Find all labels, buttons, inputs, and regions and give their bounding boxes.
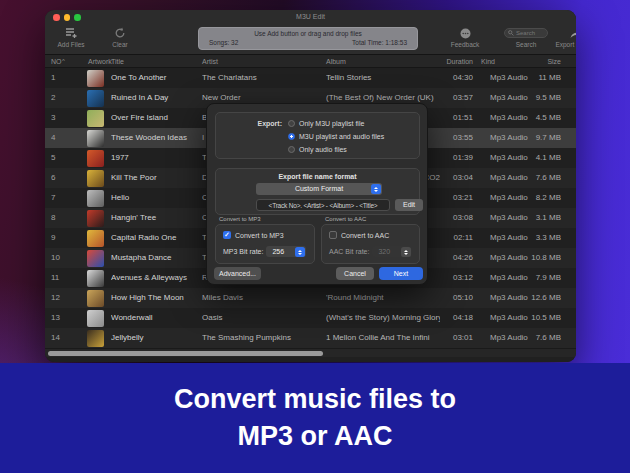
convert-mp3-group: ✓ Convert to MP3 MP3 Bit rate: 256 — [215, 224, 315, 264]
dropzone-info-panel[interactable]: Use Add button or drag and drop files So… — [198, 27, 418, 50]
col-size[interactable]: Size — [513, 55, 561, 68]
album-artwork — [87, 210, 104, 227]
col-kind[interactable]: Kind — [481, 55, 495, 68]
cancel-button[interactable]: Cancel — [336, 267, 374, 280]
convert-aac-group: Convert to AAC AAC Bit rate: 320 — [321, 224, 420, 264]
search-input[interactable]: Search — [504, 28, 548, 38]
table-row[interactable]: 12How High The MoonMiles Davis'Round Mid… — [45, 288, 576, 308]
mp3-checkbox[interactable]: ✓ — [223, 231, 231, 239]
track-title: Capital Radio One — [111, 228, 199, 248]
track-duration: 04:26 — [439, 248, 473, 268]
export-playlist-button[interactable]: Export Playlist — [550, 26, 576, 48]
toolbar: Add Files Clear Use Add button or drag a… — [45, 24, 576, 55]
export-radio-option[interactable]: M3U playlist and audio files — [288, 130, 384, 143]
horizontal-scrollbar[interactable] — [45, 348, 576, 357]
track-duration: 04:18 — [439, 308, 473, 328]
track-album: 1 Mellon Collie And The Infini — [326, 328, 440, 348]
edit-button[interactable]: Edit — [395, 199, 423, 211]
convert-aac-checkbox-row[interactable]: Convert to AAC — [329, 231, 389, 239]
chevron-up-down-icon — [295, 247, 305, 257]
row-number: 11 — [51, 268, 67, 288]
track-artist: Oasis — [202, 308, 322, 328]
minimize-window-button[interactable] — [64, 14, 71, 21]
track-duration: 03:04 — [439, 168, 473, 188]
table-row[interactable]: 13WonderwallOasis(What's the Story) Morn… — [45, 308, 576, 328]
advanced-button[interactable]: Advanced... — [214, 267, 261, 280]
track-artist: Miles Davis — [202, 288, 322, 308]
filename-format-title: Export file name format — [216, 173, 419, 180]
title-bar: M3U Edit — [45, 10, 576, 24]
album-artwork — [87, 70, 104, 87]
track-album: (What's the Story) Morning Glory? — [326, 308, 440, 328]
close-window-button[interactable] — [53, 14, 60, 21]
sort-caret-icon: ^ — [62, 55, 65, 68]
mp3-bitrate-value: 256 — [272, 248, 284, 255]
track-size: 10.5 MB — [513, 308, 561, 328]
track-title: How High The Moon — [111, 288, 199, 308]
aac-checkbox[interactable] — [329, 231, 337, 239]
format-dropdown-value: Custom Format — [295, 185, 343, 192]
export-radio-list: Only M3U playlist fileM3U playlist and a… — [288, 117, 384, 156]
track-title: Wonderwall — [111, 308, 199, 328]
traffic-lights — [53, 14, 81, 21]
dropzone-hint: Use Add button or drag and drop files — [209, 30, 407, 37]
row-number: 8 — [51, 208, 67, 228]
clear-icon — [103, 26, 137, 40]
col-artwork[interactable]: Artwork — [88, 55, 112, 68]
track-title: One To Another — [111, 68, 199, 88]
row-number: 9 — [51, 228, 67, 248]
col-artist[interactable]: Artist — [202, 55, 218, 68]
album-artwork — [87, 170, 104, 187]
export-radio-option[interactable]: Only M3U playlist file — [288, 117, 384, 130]
add-files-button[interactable]: Add Files — [51, 26, 91, 48]
track-title: Ruined In A Day — [111, 88, 199, 108]
table-header: NO ^ Artwork Title Artist Album Duration… — [45, 55, 576, 68]
track-artist: The Smashing Pumpkins — [202, 328, 322, 348]
col-album[interactable]: Album — [326, 55, 346, 68]
album-artwork — [87, 110, 104, 127]
mp3-checkbox-label: Convert to MP3 — [235, 232, 284, 239]
col-no[interactable]: NO — [51, 55, 62, 68]
col-duration[interactable]: Duration — [439, 55, 473, 68]
radio-icon[interactable] — [288, 146, 295, 153]
filename-format-group: Export file name format Custom Format <T… — [215, 168, 420, 215]
row-number: 12 — [51, 288, 67, 308]
track-duration: 03:12 — [439, 268, 473, 288]
format-dropdown[interactable]: Custom Format — [256, 183, 382, 195]
add-files-label: Add Files — [51, 41, 91, 48]
window-title: M3U Edit — [45, 10, 576, 24]
col-title[interactable]: Title — [111, 55, 124, 68]
mp3-bitrate-dropdown[interactable]: 256 — [266, 246, 306, 257]
feedback-button[interactable]: Feedback — [442, 26, 488, 48]
convert-mp3-checkbox-row[interactable]: ✓ Convert to MP3 — [223, 231, 284, 239]
track-title: Avenues & Alleyways — [111, 268, 199, 288]
album-artwork — [87, 130, 104, 147]
add-files-icon — [51, 26, 91, 40]
radio-icon[interactable] — [288, 133, 295, 140]
aac-checkbox-label: Convert to AAC — [341, 232, 389, 239]
track-title: Over Fire Island — [111, 108, 199, 128]
filename-pattern-field[interactable]: <Track No>. <Artist> - <Album> - <Title> — [256, 199, 390, 211]
album-artwork — [87, 90, 104, 107]
album-artwork — [87, 310, 104, 327]
track-title: Hangin' Tree — [111, 208, 199, 228]
export-playlist-label: Export Playlist — [550, 41, 576, 48]
export-label: Export: — [224, 120, 282, 127]
table-row[interactable]: 14JellybellyThe Smashing Pumpkins1 Mello… — [45, 328, 576, 348]
track-duration: 03:57 — [439, 88, 473, 108]
export-radio-option[interactable]: Only audio files — [288, 143, 384, 156]
row-number: 6 — [51, 168, 67, 188]
clear-button[interactable]: Clear — [103, 26, 137, 48]
row-number: 5 — [51, 148, 67, 168]
zoom-window-button[interactable] — [74, 14, 81, 21]
scrollbar-thumb[interactable] — [48, 351, 323, 356]
aac-bitrate-dropdown: 320 — [372, 246, 412, 257]
table-row[interactable]: 1One To AnotherThe CharlatansTellin Stor… — [45, 68, 576, 88]
next-button[interactable]: Next — [379, 267, 423, 280]
album-artwork — [87, 290, 104, 307]
radio-icon[interactable] — [288, 120, 295, 127]
track-album: Tellin Stories — [326, 68, 440, 88]
album-artwork — [87, 330, 104, 347]
track-size: 3.3 MB — [513, 228, 561, 248]
search-placeholder: Search — [516, 30, 535, 36]
